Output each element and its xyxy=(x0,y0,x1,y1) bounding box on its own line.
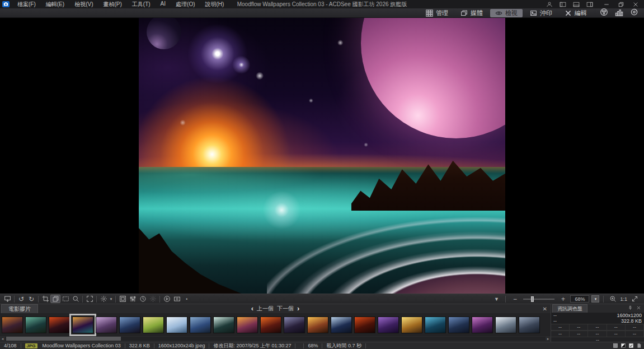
zoom-tool-icon[interactable] xyxy=(608,295,618,303)
format-badge: JPG xyxy=(25,343,37,348)
thumbnail[interactable] xyxy=(143,317,164,333)
thumbnail[interactable] xyxy=(284,317,305,333)
thumbnail[interactable] xyxy=(495,317,516,333)
export-image-icon[interactable] xyxy=(2,295,12,303)
thumbnail[interactable] xyxy=(119,317,140,333)
thumbnail[interactable] xyxy=(2,317,23,333)
history-clock-icon[interactable] xyxy=(138,295,148,303)
filmstrip-header: 電影膠片 ‹ 上一個 下一個 › ✕ xyxy=(0,304,551,313)
thumbnail[interactable] xyxy=(354,317,375,333)
adjust-levels-icon[interactable] xyxy=(128,295,138,303)
zoom-out-icon[interactable]: − xyxy=(510,295,520,303)
zoom-slider[interactable] xyxy=(523,299,554,300)
select-marquee-icon[interactable] xyxy=(60,295,70,303)
next-chevron-icon[interactable]: › xyxy=(297,306,299,311)
mode-manage[interactable]: 管理 xyxy=(421,9,453,17)
thumbnail[interactable] xyxy=(307,317,328,333)
acdsee-window: 檔案(F)編輯(E)檢視(V)畫楨(P)工具(T)AI處理(O)說明(H) Mo… xyxy=(0,0,644,349)
displayed-photo[interactable] xyxy=(139,18,505,294)
zoom-percent: 68% xyxy=(304,343,322,348)
scrollbar-thumb[interactable] xyxy=(6,337,121,341)
thumbnail[interactable] xyxy=(96,317,117,333)
status-bar: 4/108 JPG Moodflow Wallpapers Collection… xyxy=(0,342,644,349)
fit-image-icon[interactable] xyxy=(629,295,640,303)
rotate-left-icon[interactable]: ↺ xyxy=(16,295,26,303)
menu-item[interactable]: 畫楨(P) xyxy=(98,0,126,9)
menu-item[interactable]: AI xyxy=(156,0,170,9)
image-position-counter: 4/108 xyxy=(0,343,21,348)
fullscreen-icon[interactable] xyxy=(84,295,95,303)
filmstrip-close-icon[interactable]: ✕ xyxy=(539,306,551,312)
mode-edit[interactable]: 編輯 xyxy=(560,9,592,17)
dashboard-icon[interactable] xyxy=(615,8,623,18)
menu-item[interactable]: 處理(O) xyxy=(171,0,199,9)
thumbnail[interactable] xyxy=(72,317,93,333)
account-icon[interactable] xyxy=(546,1,553,8)
filmstrip-scrollbar[interactable]: ◂ ▸ xyxy=(0,336,551,341)
select-square-icon[interactable] xyxy=(612,343,618,349)
previous-chevron-icon[interactable]: ‹ xyxy=(251,306,253,311)
crop-icon[interactable] xyxy=(40,295,50,303)
checkmark-icon[interactable] xyxy=(628,343,634,349)
zoom-in-icon[interactable]: + xyxy=(558,295,568,303)
rotate-right-icon[interactable]: ↻ xyxy=(26,295,36,303)
screen-capture-icon[interactable] xyxy=(172,295,182,303)
acdsee-vision-icon[interactable] xyxy=(630,8,638,18)
thumbnail[interactable] xyxy=(25,317,46,333)
info-palette-close-icon[interactable] xyxy=(636,305,641,311)
contrast-split-icon[interactable] xyxy=(620,343,626,349)
zoom-preset-dropdown[interactable]: ▾ xyxy=(591,295,599,303)
page-icon[interactable] xyxy=(636,343,642,349)
info-palette-tab[interactable]: 資訊調色盤 xyxy=(552,304,587,313)
panel-bottom-toggle-icon[interactable] xyxy=(572,1,580,8)
previous-button[interactable]: 上一個 xyxy=(257,305,274,313)
thumbnail[interactable] xyxy=(331,317,352,333)
thumbnail[interactable] xyxy=(448,317,469,333)
filmstrip-tab[interactable]: 電影膠片 xyxy=(1,304,38,313)
menu-item[interactable]: 檔案(F) xyxy=(13,0,40,9)
thumbnail[interactable] xyxy=(425,317,446,333)
actual-size-button[interactable]: 1:1 xyxy=(620,296,627,302)
mode-media[interactable]: 媒體 xyxy=(455,9,488,17)
scroll-left-arrow[interactable]: ◂ xyxy=(0,336,5,341)
menu-item[interactable]: 檢視(V) xyxy=(70,0,97,9)
mode-develop[interactable]: 沖印 xyxy=(525,9,557,17)
thumbnail[interactable] xyxy=(260,317,281,333)
thumbnail[interactable] xyxy=(401,317,422,333)
brightness-icon[interactable] xyxy=(148,295,158,303)
thumbnail[interactable] xyxy=(378,317,399,333)
settings-dropdown-arrow[interactable]: ▾ xyxy=(109,295,114,303)
next-button[interactable]: 下一個 xyxy=(277,305,294,313)
image-viewer-area[interactable] xyxy=(0,18,644,294)
mode-view[interactable]: 檢視 xyxy=(490,9,523,17)
scroll-right-arrow[interactable]: ▸ xyxy=(546,336,551,341)
thumbnail[interactable] xyxy=(237,317,258,333)
zoom-slider-knob[interactable] xyxy=(531,296,534,302)
zoom-menu-arrow-icon[interactable]: ▼ xyxy=(491,295,501,303)
thumbnail-strip xyxy=(0,313,551,337)
people-mode-icon[interactable] xyxy=(600,8,608,18)
thumbnail[interactable] xyxy=(49,317,70,333)
menu-item[interactable]: 編輯(E) xyxy=(41,0,69,9)
thumbnail[interactable] xyxy=(166,317,187,333)
zoom-value[interactable]: 68% xyxy=(570,295,589,303)
magnifier-icon[interactable] xyxy=(70,295,81,303)
slideshow-play-icon[interactable] xyxy=(162,295,172,303)
menu-item[interactable]: 工具(T) xyxy=(128,0,155,9)
collection-name: Moodflow Wallpapers Collection 03 xyxy=(39,343,125,348)
close-button[interactable] xyxy=(632,1,640,8)
thumbnail[interactable] xyxy=(213,317,234,333)
panel-left-toggle-icon[interactable] xyxy=(559,1,567,8)
pin-icon[interactable] xyxy=(628,305,633,311)
more-options-dot[interactable]: ▪ xyxy=(182,295,192,303)
filmstrip-toggle-icon[interactable] xyxy=(50,295,60,303)
thumbnail[interactable] xyxy=(190,317,211,333)
panel-right-toggle-icon[interactable] xyxy=(586,1,594,8)
settings-gear-icon[interactable] xyxy=(98,295,109,303)
minimize-button[interactable] xyxy=(603,1,610,8)
menu-item[interactable]: 說明(H) xyxy=(201,0,229,9)
thumbnail[interactable] xyxy=(519,317,540,333)
thumbnail[interactable] xyxy=(472,317,493,333)
restore-button[interactable] xyxy=(617,1,625,8)
frame-image-icon[interactable] xyxy=(117,295,128,303)
